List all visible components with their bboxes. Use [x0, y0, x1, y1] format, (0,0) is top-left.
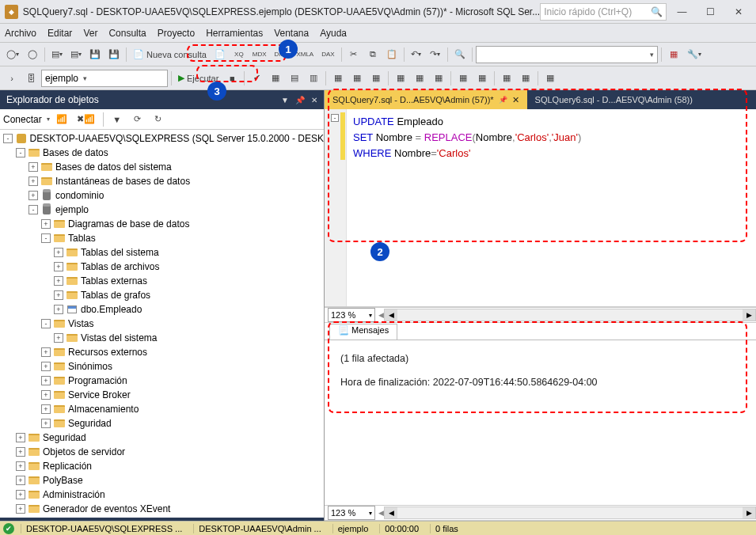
- results-file-button[interactable]: ▦: [430, 70, 447, 87]
- close-button[interactable]: ✕: [726, 2, 751, 21]
- new-query-button[interactable]: 📄Nueva consulta: [130, 46, 210, 63]
- open-file-button[interactable]: 📄: [211, 46, 229, 63]
- estimated-plan-button[interactable]: ▦: [267, 70, 284, 87]
- expand-icon[interactable]: -: [3, 134, 13, 143]
- include-plan-button[interactable]: ▦: [329, 70, 347, 87]
- undo-button[interactable]: ↶▾: [408, 46, 425, 63]
- expand-icon[interactable]: +: [41, 347, 51, 357]
- cut-button[interactable]: ✂: [345, 46, 363, 63]
- tree-views[interactable]: Vistas: [68, 318, 93, 329]
- pin-icon[interactable]: 📌: [295, 96, 305, 104]
- stop-connect-button[interactable]: ✖📶: [74, 111, 98, 128]
- expand-icon[interactable]: -: [41, 319, 51, 328]
- tree-security[interactable]: Seguridad: [43, 432, 86, 443]
- tree-storage[interactable]: Almacenamiento: [68, 404, 139, 415]
- tbbtn-xq[interactable]: XQ: [230, 46, 248, 63]
- h-scrollbar[interactable]: ◀▶: [384, 309, 756, 321]
- tbbtn-dax[interactable]: DAX: [318, 46, 337, 63]
- tab-sqlquery7[interactable]: SQLQuery7.sql - D...AE5VQ\Admin (57))* 📌…: [325, 90, 527, 109]
- tree-ext-resources[interactable]: Recursos externos: [68, 347, 147, 358]
- menu-ayuda[interactable]: Ayuda: [320, 28, 347, 39]
- activity-button[interactable]: ▦: [665, 46, 682, 63]
- h-scrollbar-2[interactable]: ◀▶: [384, 507, 756, 519]
- tbbtn-dmx[interactable]: DMX: [272, 46, 292, 63]
- expand-icon[interactable]: +: [16, 476, 25, 485]
- expand-icon[interactable]: +: [41, 219, 51, 229]
- menu-archivo[interactable]: Archivo: [5, 28, 36, 39]
- expand-icon[interactable]: +: [54, 262, 63, 271]
- quick-launch-input[interactable]: Inicio rápido (Ctrl+Q) 🔍: [540, 3, 667, 21]
- paste-button[interactable]: 📋: [383, 46, 401, 63]
- pin-icon[interactable]: 📌: [499, 96, 507, 104]
- tree-ext-tables[interactable]: Tablas externas: [81, 275, 147, 286]
- new-item-button[interactable]: ▤▾: [48, 46, 66, 63]
- expand-icon[interactable]: +: [41, 419, 51, 428]
- tree-synonyms[interactable]: Sinónimos: [68, 361, 112, 372]
- tree-table-empleado[interactable]: dbo.Empleado: [81, 304, 142, 315]
- menu-proyecto[interactable]: Proyecto: [158, 28, 195, 39]
- tree-management[interactable]: Administración: [43, 489, 105, 500]
- solution-combo[interactable]: ▾: [476, 46, 658, 63]
- specify-values-button[interactable]: ▦: [541, 70, 559, 87]
- tab-sqlquery6[interactable]: SQLQuery6.sql - D...AE5VQ\Admin (58)): [527, 90, 701, 109]
- expand-icon[interactable]: +: [54, 290, 63, 300]
- comment-button[interactable]: ▦: [454, 70, 472, 87]
- tbbtn-mdx[interactable]: MDX: [249, 46, 270, 63]
- results-text-button[interactable]: ▦: [392, 70, 409, 87]
- expand-icon[interactable]: +: [54, 248, 63, 257]
- disconnect-button[interactable]: 📶: [53, 111, 70, 128]
- object-tree[interactable]: -DESKTOP-UAAE5VQ\SQLEXPRESS (SQL Server …: [0, 130, 324, 521]
- tree-service-broker[interactable]: Service Broker: [68, 389, 131, 400]
- maximize-button[interactable]: ☐: [697, 2, 723, 21]
- tree-tables[interactable]: Tablas: [68, 233, 96, 244]
- execute-button[interactable]: ▶Ejecutar: [175, 70, 222, 87]
- menu-consulta[interactable]: Consulta: [108, 28, 146, 39]
- expand-icon[interactable]: +: [54, 276, 63, 286]
- copy-button[interactable]: ⧉: [364, 46, 382, 63]
- open-button[interactable]: ▤▾: [67, 46, 85, 63]
- menu-herramientas[interactable]: Herramientas: [206, 28, 263, 39]
- tree-programmability[interactable]: Programación: [68, 375, 127, 386]
- save-all-button[interactable]: 💾: [105, 46, 123, 63]
- tree-db-condominio[interactable]: condominio: [55, 190, 104, 201]
- expand-icon[interactable]: +: [54, 305, 63, 314]
- zoom-combo[interactable]: 123 %▾: [328, 308, 375, 322]
- tree-db-security[interactable]: Seguridad: [68, 418, 112, 429]
- tree-snapshots[interactable]: Instantáneas de bases de datos: [55, 176, 190, 187]
- close-panel-icon[interactable]: ✕: [311, 96, 317, 104]
- tree-server[interactable]: DESKTOP-UAAE5VQ\SQLEXPRESS (SQL Server 1…: [30, 133, 324, 144]
- tree-replication[interactable]: Replicación: [43, 461, 92, 472]
- dropdown-icon[interactable]: ▼: [281, 96, 289, 104]
- close-tab-icon[interactable]: ✕: [512, 95, 519, 105]
- messages-panel[interactable]: (1 fila afectada) Hora de finalización: …: [325, 340, 756, 505]
- tree-xevent[interactable]: Generador de eventos XEvent: [43, 503, 170, 514]
- menu-ver[interactable]: Ver: [83, 28, 97, 39]
- redo-button[interactable]: ↷▾: [427, 46, 444, 63]
- expand-icon[interactable]: +: [41, 404, 51, 414]
- tree-sys-databases[interactable]: Bases de datos del sistema: [55, 161, 172, 173]
- expand-icon[interactable]: +: [41, 362, 51, 371]
- expand-icon[interactable]: +: [28, 162, 38, 172]
- intellisense-button[interactable]: ▥: [305, 70, 322, 87]
- outdent-button[interactable]: ▦: [517, 70, 534, 87]
- find-button[interactable]: 🔍: [451, 46, 469, 63]
- expand-icon[interactable]: +: [28, 191, 38, 200]
- expand-icon[interactable]: -: [16, 148, 25, 157]
- tree-diagrams[interactable]: Diagramas de base de datos: [68, 218, 189, 230]
- expand-icon[interactable]: +: [41, 390, 51, 400]
- stop-button[interactable]: ■: [223, 70, 241, 87]
- indent-button[interactable]: ▦: [498, 70, 515, 87]
- expand-icon[interactable]: +: [16, 433, 25, 442]
- tree-graph-tables[interactable]: Tablas de grafos: [81, 290, 150, 301]
- parse-button[interactable]: ✔: [248, 70, 265, 87]
- query-options-button[interactable]: ▤: [286, 70, 303, 87]
- editor-code[interactable]: UPDATE Empleado SET Nombre = REPLACE(Nom…: [325, 109, 756, 166]
- minimize-button[interactable]: —: [670, 2, 695, 21]
- results-grid-button[interactable]: ▦: [411, 70, 428, 87]
- zoom-combo-2[interactable]: 123 %▾: [328, 506, 375, 520]
- tree-server-objects[interactable]: Objetos de servidor: [43, 446, 125, 457]
- expand-icon[interactable]: +: [16, 490, 25, 499]
- filter-button[interactable]: ▼: [108, 111, 126, 128]
- tbbtn-xmla[interactable]: XMLA: [293, 46, 317, 63]
- expand-icon[interactable]: -: [28, 205, 38, 214]
